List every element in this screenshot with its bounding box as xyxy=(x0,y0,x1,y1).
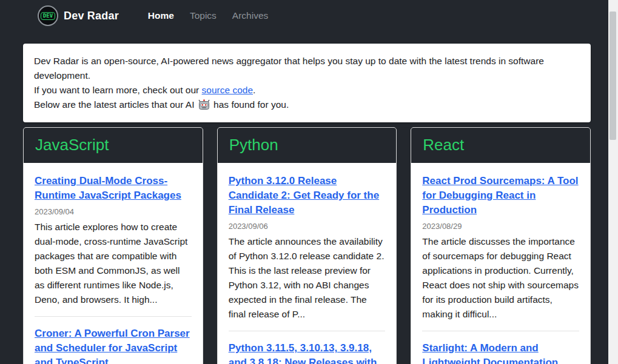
intro-line-3: Below are the latest articles that our A… xyxy=(34,98,580,112)
topic-header: Python xyxy=(218,128,397,163)
topic-title-javascript: JavaScript xyxy=(35,136,191,154)
topic-header: React xyxy=(411,128,590,163)
logo-text: DEV xyxy=(41,12,55,20)
article-summary: The article announces the availability o… xyxy=(229,234,386,322)
article-divider xyxy=(35,316,192,317)
article-date: 2023/08/29 xyxy=(422,222,579,231)
article-link[interactable]: Croner: A Powerful Cron Parser and Sched… xyxy=(35,326,192,364)
topic-body: Python 3.12.0 Release Candidate 2: Get R… xyxy=(218,163,397,364)
topic-body: Creating Dual-Mode Cross-Runtime JavaScr… xyxy=(24,163,203,364)
nav-item-home[interactable]: Home xyxy=(148,10,174,21)
topic-card-react: React React Prod Sourcemaps: A Tool for … xyxy=(411,127,591,364)
article-divider xyxy=(229,331,386,331)
intro-text-2: If you want to learn more, check out our xyxy=(34,85,202,95)
article-link[interactable]: Python 3.12.0 Release Candidate 2: Get R… xyxy=(229,174,386,217)
main-content: Dev Radar is an open-source, AI-powered … xyxy=(23,44,591,364)
topic-title-python: Python xyxy=(229,136,385,154)
intro-text-2b: . xyxy=(253,85,255,95)
nav-item-archives[interactable]: Archives xyxy=(232,10,268,21)
intro-line-2: If you want to learn more, check out our… xyxy=(34,83,580,98)
topic-title-react: React xyxy=(423,136,579,154)
topic-header: JavaScript xyxy=(24,128,203,163)
topic-card-python: Python Python 3.12.0 Release Candidate 2… xyxy=(217,127,397,364)
main-nav: Home Topics Archives xyxy=(148,10,268,21)
article-date: 2023/09/06 xyxy=(229,222,386,231)
scrollbar-thumb[interactable] xyxy=(610,12,616,140)
article-item: Python 3.11.5, 3.10.13, 3.9.18, and 3.8.… xyxy=(229,341,386,364)
article-summary: The article discusses the importance of … xyxy=(422,234,579,322)
intro-card: Dev Radar is an open-source, AI-powered … xyxy=(23,44,591,122)
article-summary: This article explores how to create dual… xyxy=(35,220,192,307)
topic-body: React Prod Sourcemaps: A Tool for Debugg… xyxy=(411,163,590,364)
intro-text-3b: has found for you. xyxy=(211,99,289,110)
article-item: Creating Dual-Mode Cross-Runtime JavaScr… xyxy=(35,174,192,307)
article-divider xyxy=(422,331,579,331)
nav-item-topics[interactable]: Topics xyxy=(190,10,217,21)
topic-card-javascript: JavaScript Creating Dual-Mode Cross-Runt… xyxy=(23,127,203,364)
scrollbar-track[interactable] xyxy=(608,0,618,364)
article-link[interactable]: React Prod Sourcemaps: A Tool for Debugg… xyxy=(422,174,579,217)
article-link[interactable]: Python 3.11.5, 3.10.13, 3.9.18, and 3.8.… xyxy=(229,341,386,364)
intro-text-1: Dev Radar is an open-source, AI-powered … xyxy=(34,56,544,81)
topic-columns: JavaScript Creating Dual-Mode Cross-Runt… xyxy=(23,127,591,364)
brand[interactable]: DEV Dev Radar xyxy=(38,5,119,26)
article-item: Croner: A Powerful Cron Parser and Sched… xyxy=(35,326,192,364)
article-link[interactable]: Creating Dual-Mode Cross-Runtime JavaScr… xyxy=(35,174,192,203)
article-item: Starlight: A Modern and Lightweight Docu… xyxy=(422,341,579,364)
article-item: Python 3.12.0 Release Candidate 2: Get R… xyxy=(229,174,386,322)
article-item: React Prod Sourcemaps: A Tool for Debugg… xyxy=(422,174,579,322)
intro-text-3: Below are the latest articles that our A… xyxy=(34,99,197,110)
robot-icon xyxy=(198,99,210,110)
article-date: 2023/09/04 xyxy=(35,207,192,217)
article-link[interactable]: Starlight: A Modern and Lightweight Docu… xyxy=(422,341,579,364)
intro-line-1: Dev Radar is an open-source, AI-powered … xyxy=(34,54,580,83)
top-nav-bar: DEV Dev Radar Home Topics Archives xyxy=(0,0,618,31)
source-code-link[interactable]: source code xyxy=(202,85,253,95)
dev-radar-logo-icon: DEV xyxy=(38,5,58,26)
app-title: Dev Radar xyxy=(64,10,119,22)
